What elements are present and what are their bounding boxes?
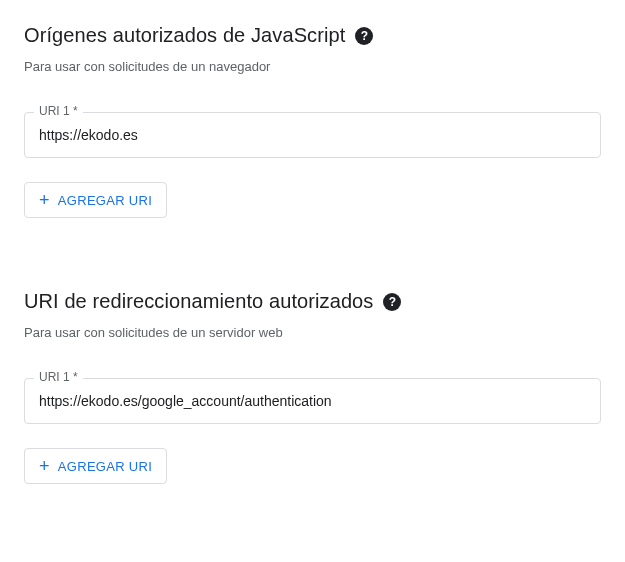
plus-icon: +	[39, 457, 50, 475]
js-origins-uri-input[interactable]	[24, 112, 601, 158]
redirect-uris-description: Para usar con solicitudes de un servidor…	[24, 325, 601, 340]
add-redirect-uri-button[interactable]: + AGREGAR URI	[24, 448, 167, 484]
redirect-uris-input-wrapper: URI 1 *	[24, 378, 601, 424]
redirect-uris-title: URI de redireccionamiento autorizados	[24, 290, 373, 313]
js-origins-section: Orígenes autorizados de JavaScript ? Par…	[24, 24, 601, 218]
help-icon[interactable]: ?	[383, 293, 401, 311]
add-js-origin-label: AGREGAR URI	[58, 193, 152, 208]
add-redirect-uri-label: AGREGAR URI	[58, 459, 152, 474]
js-origins-header: Orígenes autorizados de JavaScript ?	[24, 24, 601, 47]
redirect-uri-input[interactable]	[24, 378, 601, 424]
plus-icon: +	[39, 191, 50, 209]
help-icon[interactable]: ?	[355, 27, 373, 45]
redirect-uris-input-label: URI 1 *	[34, 370, 83, 384]
js-origins-input-wrapper: URI 1 *	[24, 112, 601, 158]
js-origins-description: Para usar con solicitudes de un navegado…	[24, 59, 601, 74]
js-origins-input-label: URI 1 *	[34, 104, 83, 118]
redirect-uris-header: URI de redireccionamiento autorizados ?	[24, 290, 601, 313]
add-js-origin-button[interactable]: + AGREGAR URI	[24, 182, 167, 218]
js-origins-title: Orígenes autorizados de JavaScript	[24, 24, 345, 47]
redirect-uris-section: URI de redireccionamiento autorizados ? …	[24, 290, 601, 484]
